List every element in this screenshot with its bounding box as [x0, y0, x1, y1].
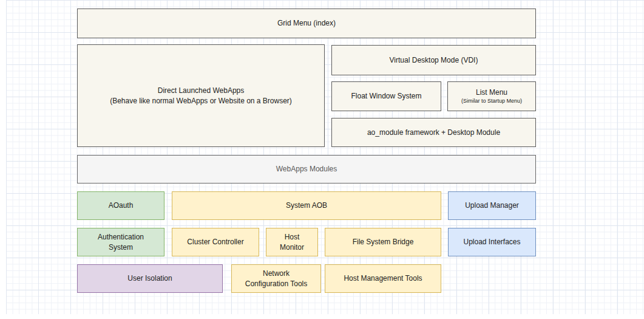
diagram-node-label: Upload Interfaces — [463, 237, 520, 247]
diagram-node-label: Configuration Tools — [245, 279, 308, 289]
diagram-node-virtual-desktop-mode[interactable]: Virtual Desktop Mode (VDI) — [331, 45, 536, 75]
diagram-node-user-isolation[interactable]: User Isolation — [77, 264, 223, 293]
diagram-node-float-window-system[interactable]: Float Window System — [331, 81, 441, 111]
diagram-node-grid-menu[interactable]: Grid Menu (index) — [77, 9, 536, 38]
diagram-node-label: User Isolation — [127, 273, 172, 283]
diagram-node-webapps-modules[interactable]: WebApps Modules — [77, 155, 536, 184]
diagram-node-host-management-tools[interactable]: Host Management Tools — [325, 264, 441, 293]
diagram-node-label: Direct Launched WebApps — [158, 86, 245, 95]
diagram-node-label: Cluster Controller — [187, 237, 243, 247]
diagram-canvas: Grid Menu (index)Direct Launched WebApps… — [0, 0, 644, 319]
diagram-node-label: Authentication — [98, 232, 144, 242]
diagram-node-system-aob[interactable]: System AOB — [172, 191, 441, 220]
diagram-node-list-menu[interactable]: List Menu(Similar to Startup Menu) — [447, 81, 536, 111]
diagram-node-label: Host — [285, 232, 300, 242]
diagram-node-label: File System Bridge — [353, 237, 414, 247]
diagram-node-label: Grid Menu (index) — [277, 18, 336, 28]
diagram-node-aoauth[interactable]: AOauth — [77, 191, 164, 220]
diagram-node-host-monitor[interactable]: HostMonitor — [266, 228, 318, 256]
diagram-node-label: Host Management Tools — [344, 273, 422, 283]
diagram-node-network-configuration-tools[interactable]: NetworkConfiguration Tools — [231, 264, 321, 293]
diagram-node-upload-manager[interactable]: Upload Manager — [448, 191, 536, 220]
diagram-node-upload-interfaces[interactable]: Upload Interfaces — [448, 228, 536, 256]
diagram-node-label: Upload Manager — [465, 201, 519, 210]
diagram-node-label: Monitor — [280, 242, 304, 252]
diagram-node-label: Virtual Desktop Mode (VDI) — [390, 55, 478, 65]
diagram-node-label: WebApps Modules — [276, 164, 337, 174]
diagram-node-authentication-system[interactable]: AuthenticationSystem — [77, 228, 164, 256]
diagram-node-label: List Menu — [476, 87, 507, 97]
canvas-left-margin — [0, 0, 6, 319]
diagram-node-label: AOauth — [109, 201, 134, 210]
diagram-node-ao-module-framework[interactable]: ao_module framework + Desktop Module — [331, 118, 536, 147]
diagram-node-label: System AOB — [286, 201, 327, 210]
diagram-node-direct-launched-webapps[interactable]: Direct Launched WebApps(Behave like norm… — [77, 44, 325, 147]
diagram-node-label: Float Window System — [351, 91, 421, 101]
diagram-node-label: Network — [263, 269, 290, 278]
diagram-node-file-system-bridge[interactable]: File System Bridge — [325, 228, 441, 256]
diagram-node-label: System — [109, 242, 133, 252]
diagram-node-label: (Behave like normal WebApps or Website o… — [110, 96, 292, 106]
diagram-node-label: (Similar to Startup Menu) — [461, 97, 522, 106]
diagram-node-cluster-controller[interactable]: Cluster Controller — [172, 228, 259, 256]
canvas-bottom-margin — [0, 314, 644, 319]
diagram-node-label: ao_module framework + Desktop Module — [367, 128, 500, 137]
